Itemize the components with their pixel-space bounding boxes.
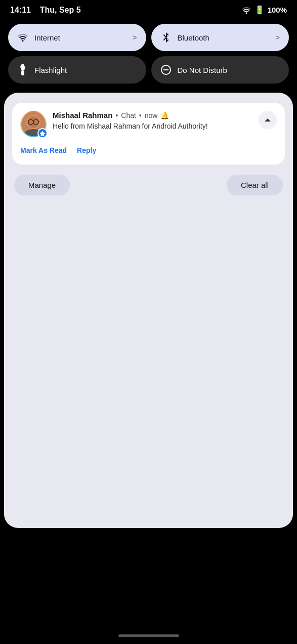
notification-panel: Mishaal Rahman • Chat • now 🔔 Hello from… (4, 93, 293, 528)
notif-body: Hello from Mishaal Rahman for Android Au… (53, 122, 259, 132)
time: 14:11 (10, 6, 31, 14)
notif-left: Mishaal Rahman • Chat • now 🔔 Hello from… (20, 111, 259, 137)
status-bar: 14:11 Thu, Sep 5 🔋 100% (0, 0, 297, 19)
svg-rect-0 (21, 64, 24, 66)
chevron-up-icon (264, 116, 272, 124)
bluetooth-tile[interactable]: Bluetooth > (151, 24, 289, 51)
internet-arrow: > (133, 33, 137, 42)
bluetooth-tile-icon (160, 32, 172, 43)
wifi-icon (241, 6, 251, 14)
wifi-tile-icon (17, 32, 28, 43)
notif-app: Chat (121, 111, 136, 119)
date: Thu, Sep 5 (40, 6, 81, 14)
flashlight-tile-icon (17, 64, 28, 75)
dnd-tile-icon (160, 64, 172, 75)
notif-title-line: Mishaal Rahman • Chat • now 🔔 (53, 111, 259, 119)
manage-button[interactable]: Manage (14, 175, 70, 195)
notif-bell-icon: 🔔 (160, 111, 169, 119)
collapse-notification-button[interactable] (259, 111, 277, 129)
status-icons: 🔋 100% (241, 5, 287, 15)
avatar-wrapper (20, 111, 47, 137)
quick-tiles-section: Internet > Bluetooth > Flash (0, 19, 297, 88)
quick-tiles-row1: Internet > Bluetooth > (8, 24, 289, 51)
svg-rect-1 (21, 70, 24, 75)
flashlight-label: Flashlight (34, 66, 137, 74)
notif-dot2: • (139, 111, 142, 119)
notification-card: Mishaal Rahman • Chat • now 🔔 Hello from… (12, 103, 285, 165)
do-not-disturb-tile[interactable]: Do Not Disturb (151, 56, 289, 84)
clear-all-button[interactable]: Clear all (227, 175, 283, 195)
notif-header: Mishaal Rahman • Chat • now 🔔 Hello from… (20, 111, 277, 137)
notif-actions: Mark as Read Reply (20, 144, 277, 156)
bottom-actions: Manage Clear all (12, 173, 285, 195)
internet-tile[interactable]: Internet > (8, 24, 146, 51)
notif-meta: Mishaal Rahman • Chat • now 🔔 Hello from… (53, 111, 259, 132)
notif-sender: Mishaal Rahman (53, 111, 112, 119)
bluetooth-label: Bluetooth (178, 33, 270, 42)
flashlight-tile[interactable]: Flashlight (8, 56, 146, 84)
notif-time: now (145, 111, 158, 119)
battery-percent: 100% (268, 6, 287, 14)
quick-tiles-row2: Flashlight Do Not Disturb (8, 56, 289, 84)
reply-button[interactable]: Reply (77, 144, 96, 156)
mark-as-read-button[interactable]: Mark as Read (20, 144, 67, 156)
bluetooth-arrow: > (276, 33, 280, 42)
app-badge (37, 128, 48, 138)
status-time-date: 14:11 Thu, Sep 5 (10, 6, 81, 15)
dnd-label: Do Not Disturb (178, 66, 280, 74)
battery-icon: 🔋 (254, 5, 265, 15)
internet-label: Internet (34, 33, 126, 42)
notif-dot1: • (115, 111, 118, 119)
home-indicator[interactable] (118, 634, 179, 637)
